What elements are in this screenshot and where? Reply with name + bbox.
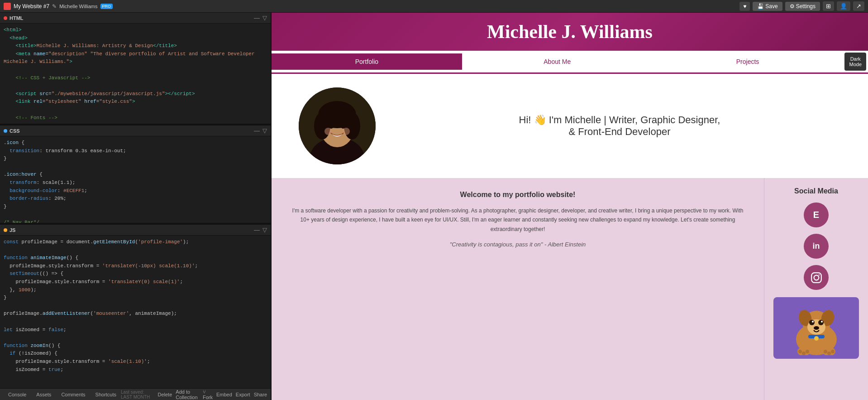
js-section-title: JS [4, 227, 15, 233]
settings-button[interactable]: ⚙ Settings [785, 2, 820, 11]
assets-tab[interactable]: Assets [32, 390, 56, 399]
js-section: JS — ▽ const profileImage = document.get… [0, 225, 271, 388]
html-code-content: <html> <head> <title>Michelle J. William… [0, 24, 271, 124]
dark-mode-button[interactable]: DarkMode [844, 53, 866, 71]
html-minimize-icon[interactable]: — [254, 14, 260, 21]
svg-point-30 [802, 352, 806, 355]
css-minimize-icon[interactable]: — [254, 127, 260, 134]
user-button[interactable]: 👤 [837, 1, 850, 11]
welcome-paragraph: I'm a software developer with a passion … [290, 206, 746, 234]
instagram-icon[interactable] [804, 265, 829, 290]
linkedin-icon[interactable]: in [804, 234, 829, 259]
css-expand-icon[interactable]: ▽ [262, 127, 267, 134]
svg-point-14 [818, 274, 820, 275]
delete-link[interactable]: Delete [158, 392, 172, 397]
js-minimize-icon[interactable]: — [254, 227, 260, 233]
html-section: HTML — ▽ <html> <head> <title>Michelle J… [0, 13, 271, 124]
portfolio-nav-item[interactable]: Portfolio [272, 53, 462, 70]
about-nav-item[interactable]: About Me [462, 53, 653, 70]
js-code-content: const profileImage = document.getElement… [0, 236, 271, 388]
share-link[interactable]: Share [254, 392, 267, 397]
svg-point-24 [814, 326, 819, 330]
bottom-right: Last saved: LAST MONTH Delete Add to Col… [121, 389, 267, 400]
svg-point-10 [324, 128, 332, 135]
layout-button[interactable]: ⊞ [823, 1, 834, 11]
js-section-controls: — ▽ [254, 227, 267, 233]
website-nav: Portfolio About Me Projects DarkMode [272, 51, 868, 74]
quote-text: "Creativity is contagious, pass it on" -… [290, 241, 746, 248]
code-panel: HTML — ▽ <html> <head> <title>Michelle J… [0, 13, 272, 400]
profile-picture [299, 87, 376, 164]
bottom-tabs: Console Assets Comments Shortcuts [4, 390, 121, 399]
export-link[interactable]: Export [236, 392, 250, 397]
hero-section: Hi! 👋 I'm Michelle | Writer, Graphic Des… [272, 74, 868, 178]
pro-badge: PRO [100, 4, 113, 9]
globe-icon [4, 3, 11, 10]
svg-point-32 [824, 350, 827, 353]
social-section: Social Media E in [764, 178, 868, 400]
profile-pic-container [299, 87, 376, 164]
css-section-controls: — ▽ [254, 127, 267, 134]
heart-button[interactable]: ♥ [739, 2, 750, 11]
svg-point-13 [814, 275, 819, 280]
css-section: CSS — ▽ .icon { transition: transform 0.… [0, 125, 271, 223]
js-section-header: JS — ▽ [0, 225, 271, 236]
css-code-content: .icon { transition: transform 0.3s ease-… [0, 136, 271, 223]
svg-point-26 [814, 336, 819, 341]
svg-point-6 [314, 112, 330, 140]
hero-text: Hi! 👋 I'm Michelle | Writer, Graphic Des… [398, 114, 841, 138]
save-icon: 💾 [757, 3, 764, 10]
svg-rect-12 [811, 273, 821, 283]
save-button[interactable]: 💾 Save [753, 2, 782, 11]
embed-link[interactable]: Embed [216, 392, 232, 397]
top-bar: My Website #7 ✎ Michelle Williams PRO ♥ … [0, 0, 868, 13]
fork-link[interactable]: ⑂ Fork [203, 389, 213, 400]
pencil-icon[interactable]: ✎ [52, 3, 57, 10]
heart-icon: ♥ [743, 3, 746, 10]
svg-point-23 [821, 321, 823, 323]
svg-point-9 [341, 123, 345, 129]
comments-tab[interactable]: Comments [57, 390, 90, 399]
add-to-collection-link[interactable]: Add to Collection [176, 389, 199, 400]
svg-point-20 [809, 320, 815, 325]
dog-svg [780, 301, 853, 355]
site-title: My Website #7 [14, 3, 49, 10]
preview-panel: Michelle J. Williams Portfolio About Me … [272, 13, 868, 400]
social-icons-list: E in [773, 202, 859, 290]
share-button[interactable]: ↗ [853, 1, 864, 11]
etsy-icon[interactable]: E [804, 202, 829, 227]
js-dot [4, 228, 7, 232]
hero-greeting: Hi! 👋 I'm Michelle | Writer, Graphic Des… [398, 114, 841, 138]
css-section-title: CSS [4, 128, 20, 134]
website-header: Michelle J. Williams [272, 13, 868, 51]
css-dot [4, 129, 7, 133]
shortcuts-tab[interactable]: Shortcuts [91, 390, 121, 399]
html-expand-icon[interactable]: ▽ [262, 14, 267, 21]
svg-point-22 [812, 321, 814, 323]
html-dot [4, 16, 7, 20]
css-section-header: CSS — ▽ [0, 125, 271, 136]
html-section-controls: — ▽ [254, 14, 267, 21]
last-saved-label: Last saved: LAST MONTH [121, 390, 154, 400]
html-section-title: HTML [4, 15, 24, 21]
svg-point-21 [818, 320, 824, 325]
top-bar-right: ♥ 💾 Save ⚙ Settings ⊞ 👤 ↗ [739, 1, 864, 11]
svg-point-33 [827, 352, 831, 355]
svg-point-7 [344, 112, 360, 140]
content-row: Welcome to my portfolio website! I'm a s… [272, 178, 868, 400]
main-layout: HTML — ▽ <html> <head> <title>Michelle J… [0, 13, 868, 400]
website-name: Michelle J. Williams [280, 21, 860, 43]
svg-point-11 [343, 128, 350, 135]
username-label: Michelle Williams [59, 4, 97, 9]
svg-point-31 [806, 350, 809, 353]
top-bar-left: My Website #7 ✎ Michelle Williams PRO [4, 3, 113, 10]
console-tab[interactable]: Console [4, 390, 31, 399]
welcome-title: Welcome to my portfolio website! [290, 191, 746, 199]
projects-nav-item[interactable]: Projects [653, 53, 843, 70]
welcome-section: Welcome to my portfolio website! I'm a s… [272, 178, 764, 400]
js-expand-icon[interactable]: ▽ [262, 227, 267, 233]
profile-avatar-svg [299, 87, 376, 164]
svg-point-29 [798, 350, 802, 353]
svg-point-34 [831, 350, 835, 353]
svg-point-8 [329, 123, 334, 129]
